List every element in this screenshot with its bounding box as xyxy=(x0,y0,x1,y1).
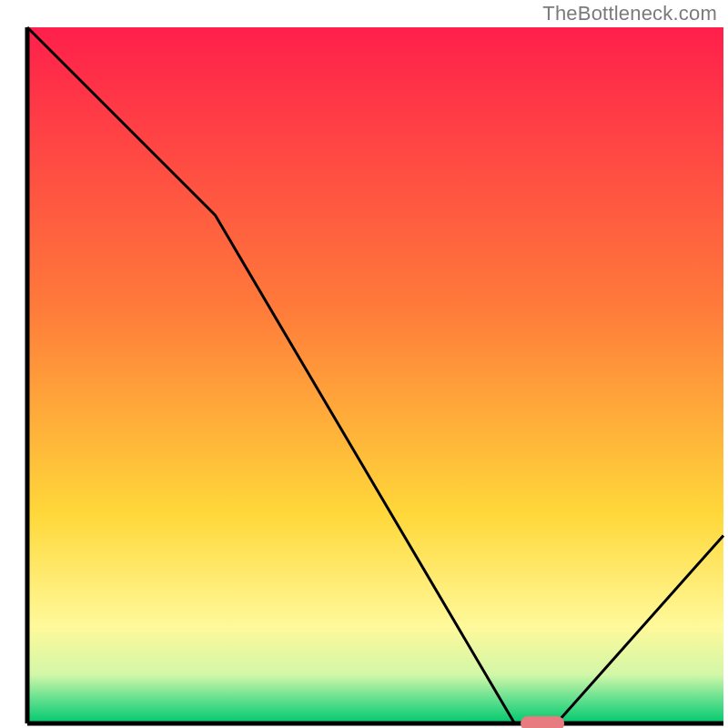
bottleneck-chart xyxy=(0,0,728,728)
optimal-marker xyxy=(521,716,564,728)
